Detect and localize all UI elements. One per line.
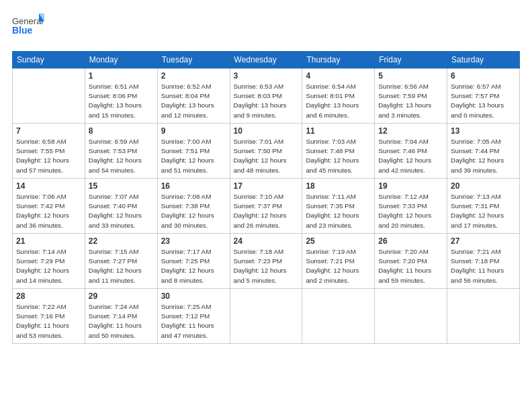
calendar-week-row: 1Sunrise: 6:51 AMSunset: 8:06 PMDaylight… [13,68,520,124]
day-info: Sunrise: 6:51 AMSunset: 8:06 PMDaylight:… [89,82,154,120]
day-number: 10 [234,126,299,136]
day-number: 25 [306,236,371,246]
day-number: 20 [451,181,516,191]
day-number: 3 [234,71,299,81]
calendar-cell: 14Sunrise: 7:06 AMSunset: 7:42 PMDayligh… [13,179,85,234]
day-number: 4 [306,71,371,81]
calendar-cell: 12Sunrise: 7:04 AMSunset: 7:46 PMDayligh… [375,124,447,179]
logo: General Blue [12,12,44,44]
day-info: Sunrise: 7:00 AMSunset: 7:51 PMDaylight:… [161,137,226,175]
day-number: 1 [89,71,154,81]
day-info: Sunrise: 7:24 AMSunset: 7:14 PMDaylight:… [89,302,154,340]
calendar-week-row: 28Sunrise: 7:22 AMSunset: 7:16 PMDayligh… [13,289,520,344]
calendar-cell: 16Sunrise: 7:08 AMSunset: 7:38 PMDayligh… [157,179,230,234]
day-info: Sunrise: 7:17 AMSunset: 7:25 PMDaylight:… [161,247,226,285]
day-info: Sunrise: 7:05 AMSunset: 7:44 PMDaylight:… [451,137,516,175]
day-info: Sunrise: 7:25 AMSunset: 7:12 PMDaylight:… [161,302,226,340]
weekday-header: Tuesday [157,52,230,68]
day-number: 6 [451,71,516,81]
day-number: 8 [89,126,154,136]
day-number: 16 [161,181,226,191]
day-number: 26 [378,236,443,246]
day-number: 2 [161,71,226,81]
day-number: 29 [89,291,154,301]
calendar-cell: 23Sunrise: 7:17 AMSunset: 7:25 PMDayligh… [157,234,230,289]
day-number: 19 [378,181,443,191]
calendar-week-row: 7Sunrise: 6:58 AMSunset: 7:55 PMDaylight… [13,124,520,179]
weekday-header: Wednesday [230,52,302,68]
day-info: Sunrise: 6:58 AMSunset: 7:55 PMDaylight:… [16,137,81,175]
calendar-cell: 29Sunrise: 7:24 AMSunset: 7:14 PMDayligh… [85,289,157,344]
calendar-cell: 6Sunrise: 6:57 AMSunset: 7:57 PMDaylight… [447,68,520,124]
day-number: 24 [234,236,299,246]
day-info: Sunrise: 7:14 AMSunset: 7:29 PMDaylight:… [16,247,81,285]
calendar-cell: 11Sunrise: 7:03 AMSunset: 7:48 PMDayligh… [302,124,375,179]
day-info: Sunrise: 7:01 AMSunset: 7:50 PMDaylight:… [234,137,299,175]
calendar-cell: 17Sunrise: 7:10 AMSunset: 7:37 PMDayligh… [230,179,302,234]
calendar-cell: 15Sunrise: 7:07 AMSunset: 7:40 PMDayligh… [85,179,157,234]
calendar-cell: 30Sunrise: 7:25 AMSunset: 7:12 PMDayligh… [157,289,230,344]
day-number: 23 [161,236,226,246]
calendar-cell [302,289,375,344]
day-number: 9 [161,126,226,136]
calendar-cell [13,68,85,124]
day-number: 12 [378,126,443,136]
day-number: 5 [378,71,443,81]
day-info: Sunrise: 6:52 AMSunset: 8:04 PMDaylight:… [161,82,226,120]
day-info: Sunrise: 7:15 AMSunset: 7:27 PMDaylight:… [89,247,154,285]
calendar-cell: 19Sunrise: 7:12 AMSunset: 7:33 PMDayligh… [375,179,447,234]
day-info: Sunrise: 6:57 AMSunset: 7:57 PMDaylight:… [451,82,516,120]
day-number: 15 [89,181,154,191]
calendar-week-row: 21Sunrise: 7:14 AMSunset: 7:29 PMDayligh… [13,234,520,289]
calendar-cell: 10Sunrise: 7:01 AMSunset: 7:50 PMDayligh… [230,124,302,179]
day-info: Sunrise: 7:06 AMSunset: 7:42 PMDaylight:… [16,192,81,230]
calendar-cell: 26Sunrise: 7:20 AMSunset: 7:20 PMDayligh… [375,234,447,289]
day-info: Sunrise: 7:13 AMSunset: 7:31 PMDaylight:… [451,192,516,230]
calendar-cell: 7Sunrise: 6:58 AMSunset: 7:55 PMDaylight… [13,124,85,179]
weekday-header: Friday [375,52,447,68]
weekday-header: Monday [85,52,157,68]
day-number: 28 [16,291,81,301]
day-number: 17 [234,181,299,191]
day-number: 22 [89,236,154,246]
svg-text:Blue: Blue [12,25,33,36]
day-info: Sunrise: 7:19 AMSunset: 7:21 PMDaylight:… [306,247,371,285]
calendar-table: SundayMondayTuesdayWednesdayThursdayFrid… [12,51,520,344]
calendar-header-row: SundayMondayTuesdayWednesdayThursdayFrid… [13,52,520,68]
calendar-cell: 13Sunrise: 7:05 AMSunset: 7:44 PMDayligh… [447,124,520,179]
day-info: Sunrise: 6:54 AMSunset: 8:01 PMDaylight:… [306,82,371,120]
day-number: 11 [306,126,371,136]
header: General Blue [12,12,520,44]
calendar-cell: 1Sunrise: 6:51 AMSunset: 8:06 PMDaylight… [85,68,157,124]
calendar-cell: 25Sunrise: 7:19 AMSunset: 7:21 PMDayligh… [302,234,375,289]
calendar-cell: 18Sunrise: 7:11 AMSunset: 7:35 PMDayligh… [302,179,375,234]
weekday-header: Saturday [447,52,520,68]
calendar-cell: 21Sunrise: 7:14 AMSunset: 7:29 PMDayligh… [13,234,85,289]
calendar-cell [375,289,447,344]
day-number: 14 [16,181,81,191]
day-info: Sunrise: 7:22 AMSunset: 7:16 PMDaylight:… [16,302,81,340]
calendar-week-row: 14Sunrise: 7:06 AMSunset: 7:42 PMDayligh… [13,179,520,234]
day-info: Sunrise: 7:10 AMSunset: 7:37 PMDaylight:… [234,192,299,230]
page: General Blue SundayMondayTuesdayWednesda… [0,0,532,411]
day-info: Sunrise: 7:03 AMSunset: 7:48 PMDaylight:… [306,137,371,175]
day-number: 27 [451,236,516,246]
calendar-cell: 24Sunrise: 7:18 AMSunset: 7:23 PMDayligh… [230,234,302,289]
calendar-cell: 9Sunrise: 7:00 AMSunset: 7:51 PMDaylight… [157,124,230,179]
day-number: 30 [161,291,226,301]
day-info: Sunrise: 7:21 AMSunset: 7:18 PMDaylight:… [451,247,516,285]
calendar-cell: 22Sunrise: 7:15 AMSunset: 7:27 PMDayligh… [85,234,157,289]
day-number: 21 [16,236,81,246]
calendar-cell: 20Sunrise: 7:13 AMSunset: 7:31 PMDayligh… [447,179,520,234]
day-info: Sunrise: 7:07 AMSunset: 7:40 PMDaylight:… [89,192,154,230]
calendar-cell: 3Sunrise: 6:53 AMSunset: 8:03 PMDaylight… [230,68,302,124]
logo-icon: General Blue [12,12,44,42]
calendar-cell: 4Sunrise: 6:54 AMSunset: 8:01 PMDaylight… [302,68,375,124]
day-info: Sunrise: 6:59 AMSunset: 7:53 PMDaylight:… [89,137,154,175]
calendar-cell: 8Sunrise: 6:59 AMSunset: 7:53 PMDaylight… [85,124,157,179]
day-number: 18 [306,181,371,191]
weekday-header: Thursday [302,52,375,68]
day-number: 13 [451,126,516,136]
calendar-cell: 28Sunrise: 7:22 AMSunset: 7:16 PMDayligh… [13,289,85,344]
calendar-cell: 5Sunrise: 6:56 AMSunset: 7:59 PMDaylight… [375,68,447,124]
